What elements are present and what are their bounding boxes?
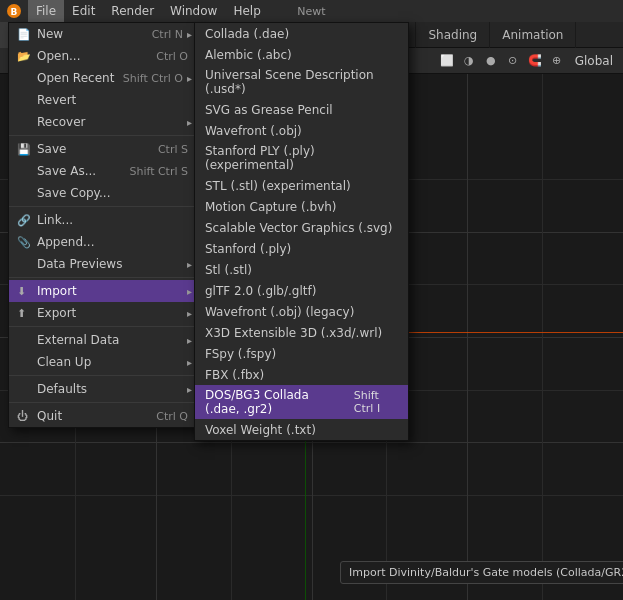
import-wavefront-label: Wavefront (.obj)	[205, 124, 302, 138]
menu-file[interactable]: File	[28, 0, 64, 22]
file-menu-quit[interactable]: ⏻ Quit Ctrl Q	[9, 405, 202, 427]
proportional-edit-icon[interactable]: ⊙	[503, 51, 523, 71]
import-stl-label: Stl (.stl)	[205, 263, 252, 277]
file-menu-save-copy[interactable]: Save Copy...	[9, 182, 202, 204]
file-menu-append-label: Append...	[37, 235, 95, 249]
import-x3d[interactable]: X3D Extensible 3D (.x3d/.wrl)	[195, 322, 408, 343]
viewport-shading-rendered-icon[interactable]: ●	[481, 51, 501, 71]
import-wavefront-obj[interactable]: Wavefront (.obj)	[195, 120, 408, 141]
import-stl[interactable]: Stl (.stl)	[195, 259, 408, 280]
import-fbx[interactable]: FBX (.fbx)	[195, 364, 408, 385]
file-menu-external-data-label: External Data	[37, 333, 119, 347]
file-menu-append[interactable]: 📎 Append...	[9, 231, 202, 253]
menu-bar: B File Edit Render Window Help Newt	[0, 0, 623, 22]
file-menu-recover-label: Recover	[37, 115, 86, 129]
file-menu-save-copy-label: Save Copy...	[37, 186, 110, 200]
file-menu-link[interactable]: 🔗 Link...	[9, 209, 202, 231]
import-collada[interactable]: Collada (.dae)	[195, 23, 408, 44]
file-menu-save[interactable]: 💾 Save Ctrl S	[9, 138, 202, 160]
global-label[interactable]: Global	[569, 52, 619, 70]
save-icon: 💾	[17, 143, 31, 156]
file-menu-open-recent[interactable]: Open Recent Shift Ctrl O	[9, 67, 202, 89]
file-menu-external-data[interactable]: External Data	[9, 329, 202, 351]
file-menu-open-recent-label: Open Recent	[37, 71, 114, 85]
import-svg-grease-label: SVG as Grease Pencil	[205, 103, 333, 117]
file-menu-link-label: Link...	[37, 213, 73, 227]
import-wavefront-legacy[interactable]: Wavefront (.obj) (legacy)	[195, 301, 408, 322]
file-menu-data-previews[interactable]: Data Previews	[9, 253, 202, 275]
import-menu: Collada (.dae) Alembic (.abc) Universal …	[194, 22, 409, 441]
menu-window[interactable]: Window	[162, 0, 225, 22]
file-menu: 📄 New Ctrl N 📂 Open... Ctrl O Open Recen…	[8, 22, 203, 428]
file-menu-save-label: Save	[37, 142, 66, 156]
file-menu-save-as[interactable]: Save As... Shift Ctrl S	[9, 160, 202, 182]
viewport-shading-material-icon[interactable]: ◑	[459, 51, 479, 71]
file-menu-import-label: Import	[37, 284, 77, 298]
file-menu-save-as-shortcut: Shift Ctrl S	[129, 165, 188, 178]
file-menu-open-shortcut: Ctrl O	[156, 50, 188, 63]
sep-2	[9, 206, 202, 207]
import-dos-bg3-shortcut: Shift Ctrl I	[354, 389, 398, 415]
import-svg-label: Scalable Vector Graphics (.svg)	[205, 221, 392, 235]
import-motion-capture[interactable]: Motion Capture (.bvh)	[195, 196, 408, 217]
menu-render[interactable]: Render	[103, 0, 162, 22]
import-gltf[interactable]: glTF 2.0 (.glb/.gltf)	[195, 280, 408, 301]
file-menu-open-label: Open...	[37, 49, 81, 63]
import-stanford-ply-exp-label: Stanford PLY (.ply) (experimental)	[205, 144, 398, 172]
blender-logo[interactable]: B	[0, 0, 28, 22]
import-stanford-ply-exp[interactable]: Stanford PLY (.ply) (experimental)	[195, 141, 408, 175]
import-voxel-weight-label: Voxel Weight (.txt)	[205, 423, 316, 437]
import-fspy[interactable]: FSpy (.fspy)	[195, 343, 408, 364]
import-x3d-label: X3D Extensible 3D (.x3d/.wrl)	[205, 326, 382, 340]
tab-shading[interactable]: Shading	[416, 22, 490, 48]
file-menu-quit-label: Quit	[37, 409, 62, 423]
tooltip-text: Import Divinity/Baldur's Gate models (Co…	[349, 566, 623, 579]
import-alembic-label: Alembic (.abc)	[205, 48, 292, 62]
file-menu-new-shortcut: Ctrl N	[152, 28, 183, 41]
import-stl-exp[interactable]: STL (.stl) (experimental)	[195, 175, 408, 196]
file-menu-recover[interactable]: Recover	[9, 111, 202, 133]
import-stl-exp-label: STL (.stl) (experimental)	[205, 179, 351, 193]
transform-pivot-icon[interactable]: ⊕	[547, 51, 567, 71]
import-gltf-label: glTF 2.0 (.glb/.gltf)	[205, 284, 316, 298]
file-menu-open-recent-shortcut: Shift Ctrl O	[123, 72, 183, 85]
file-menu-import[interactable]: ⬇ Import	[9, 280, 202, 302]
menu-help[interactable]: Help	[225, 0, 268, 22]
import-stanford-ply[interactable]: Stanford (.ply)	[195, 238, 408, 259]
file-menu-new[interactable]: 📄 New Ctrl N	[9, 23, 202, 45]
file-menu-revert-label: Revert	[37, 93, 76, 107]
import-usd[interactable]: Universal Scene Description (.usd*)	[195, 65, 408, 99]
sep-3	[9, 277, 202, 278]
sep-5	[9, 375, 202, 376]
import-svg-grease[interactable]: SVG as Grease Pencil	[195, 99, 408, 120]
sep-1	[9, 135, 202, 136]
import-collada-label: Collada (.dae)	[205, 27, 289, 41]
import-motion-capture-label: Motion Capture (.bvh)	[205, 200, 337, 214]
import-fbx-label: FBX (.fbx)	[205, 368, 264, 382]
import-voxel-weight[interactable]: Voxel Weight (.txt)	[195, 419, 408, 440]
tab-animation[interactable]: Animation	[490, 22, 576, 48]
menu-edit[interactable]: Edit	[64, 0, 103, 22]
toolbar-icons: ⬜ ◑ ● ⊙ 🧲 ⊕ Global	[437, 51, 619, 71]
snap-icon[interactable]: 🧲	[525, 51, 545, 71]
viewport-shading-solid-icon[interactable]: ⬜	[437, 51, 457, 71]
import-dos-bg3-collada[interactable]: DOS/BG3 Collada (.dae, .gr2) Shift Ctrl …	[195, 385, 408, 419]
svg-text:B: B	[11, 7, 18, 17]
file-menu-open[interactable]: 📂 Open... Ctrl O	[9, 45, 202, 67]
quit-icon: ⏻	[17, 410, 28, 423]
file-menu-defaults[interactable]: Defaults	[9, 378, 202, 400]
import-stanford-ply-label: Stanford (.ply)	[205, 242, 291, 256]
file-menu-cleanup[interactable]: Clean Up	[9, 351, 202, 373]
import-svg[interactable]: Scalable Vector Graphics (.svg)	[195, 217, 408, 238]
import-alembic[interactable]: Alembic (.abc)	[195, 44, 408, 65]
file-menu-cleanup-label: Clean Up	[37, 355, 91, 369]
import-wavefront-legacy-label: Wavefront (.obj) (legacy)	[205, 305, 354, 319]
new-icon: 📄	[17, 28, 31, 41]
file-menu-save-shortcut: Ctrl S	[158, 143, 188, 156]
import-usd-label: Universal Scene Description (.usd*)	[205, 68, 398, 96]
file-menu-revert[interactable]: Revert	[9, 89, 202, 111]
export-icon: ⬆	[17, 307, 26, 320]
file-menu-export[interactable]: ⬆ Export	[9, 302, 202, 324]
open-icon: 📂	[17, 50, 31, 63]
file-menu-export-label: Export	[37, 306, 76, 320]
